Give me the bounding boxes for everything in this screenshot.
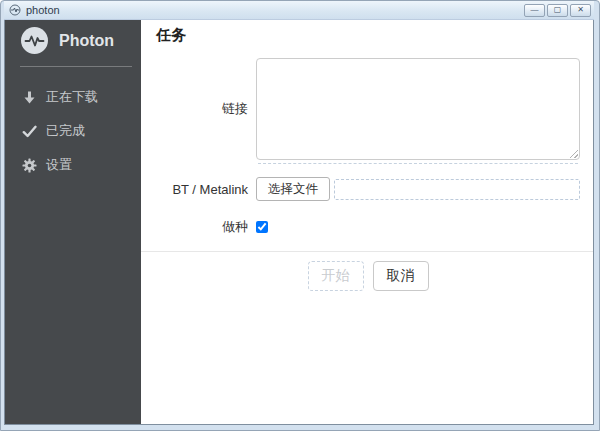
seed-label: 做种 — [156, 218, 248, 236]
maximize-button[interactable]: ▢ — [547, 4, 568, 17]
sidebar-item-downloading[interactable]: 正在下载 — [5, 80, 141, 114]
task-page: 任务 链接 BT / Metalink 选择文件 — [141, 20, 593, 424]
app-window: photon — ▢ ✕ Photon — [0, 0, 600, 431]
sidebar-item-settings[interactable]: 设置 — [5, 148, 141, 182]
bt-metalink-label: BT / Metalink — [156, 182, 248, 197]
page-title: 任务 — [156, 26, 580, 45]
brand-name: Photon — [59, 32, 114, 50]
check-icon — [22, 124, 37, 139]
minimize-icon: — — [531, 6, 539, 14]
link-row: 链接 — [156, 58, 580, 160]
close-button[interactable]: ✕ — [570, 4, 591, 17]
maximize-icon: ▢ — [554, 6, 562, 14]
titlebar: photon — ▢ ✕ — [4, 1, 594, 20]
choose-file-button[interactable]: 选择文件 — [256, 177, 330, 201]
link-input-wrap — [256, 58, 580, 160]
bt-metalink-row: BT / Metalink 选择文件 — [156, 177, 580, 201]
cancel-button[interactable]: 取消 — [373, 261, 429, 291]
seed-row: 做种 — [156, 218, 580, 236]
link-label: 链接 — [156, 100, 248, 118]
file-input-control: 选择文件 — [256, 177, 580, 201]
sidebar-nav: 正在下载 已完成 — [5, 67, 141, 182]
actions: 开始 取消 — [156, 261, 580, 291]
sidebar-item-label: 设置 — [46, 156, 72, 174]
sidebar-item-label: 正在下载 — [46, 88, 98, 106]
seed-checkbox[interactable] — [256, 221, 268, 233]
window-title: photon — [26, 4, 60, 16]
sidebar-item-completed[interactable]: 已完成 — [5, 114, 141, 148]
file-drop-area[interactable] — [334, 179, 580, 200]
pulse-icon — [9, 4, 21, 16]
gear-icon — [22, 158, 37, 173]
download-icon — [22, 90, 37, 105]
task-form: 链接 BT / Metalink 选择文件 做种 — [156, 58, 580, 236]
start-button[interactable]: 开始 — [308, 261, 364, 291]
close-icon: ✕ — [577, 6, 584, 14]
photon-logo-icon — [20, 26, 49, 55]
sidebar-item-label: 已完成 — [46, 122, 85, 140]
window-controls: — ▢ ✕ — [522, 4, 591, 17]
minimize-button[interactable]: — — [524, 4, 545, 17]
brand: Photon — [5, 20, 141, 66]
actions-divider — [141, 251, 593, 252]
link-input[interactable] — [256, 58, 580, 160]
sidebar: Photon 正在下载 已完成 — [5, 20, 141, 424]
